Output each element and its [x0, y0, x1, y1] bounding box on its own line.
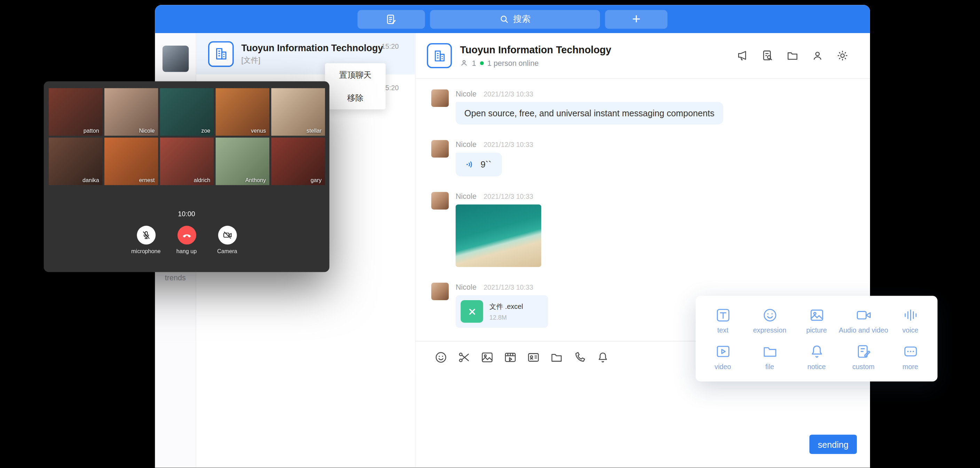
conversation-context-menu: 置顶聊天 移除: [325, 63, 386, 109]
announcement-icon[interactable]: [737, 50, 749, 62]
sender-avatar[interactable]: [431, 140, 449, 157]
folder-icon[interactable]: [786, 50, 799, 62]
message: Nicole 2021/12/3 10:33: [431, 192, 870, 267]
panel-label: notice: [807, 363, 826, 370]
text-message-bubble[interactable]: Open source, free, and universal instant…: [455, 102, 723, 125]
participant-name: danika: [83, 177, 99, 183]
participant-tile[interactable]: venus: [215, 88, 269, 136]
chat-title: Tuoyun Information Technology: [460, 44, 611, 55]
panel-item-more[interactable]: more: [887, 339, 934, 375]
menu-item-pin-chat[interactable]: 置顶聊天: [325, 63, 386, 86]
call-controls: microphone hang up: [44, 226, 329, 254]
camera-toggle-button[interactable]: [218, 226, 237, 244]
folder-icon[interactable]: [550, 351, 563, 364]
custom-type-icon: [856, 343, 872, 359]
call-timer: 10:00: [44, 210, 329, 218]
panel-label: custom: [852, 363, 875, 370]
camera-label: Camera: [208, 248, 246, 254]
message-list: Nicole 2021/12/3 10:33 Open source, free…: [415, 79, 870, 327]
participant-tile[interactable]: ernest: [104, 137, 158, 185]
participant-tile[interactable]: gary: [271, 137, 325, 185]
panel-item-audio-video[interactable]: Audio and video: [840, 302, 887, 338]
chat-panel: Tuoyun Information Technology 1 1 person…: [415, 33, 870, 468]
panel-item-file[interactable]: file: [746, 339, 793, 375]
panel-item-notice[interactable]: notice: [793, 339, 840, 375]
sender-name: Nicole: [455, 89, 476, 98]
participant-name: stellar: [307, 128, 321, 134]
participant-tile[interactable]: danika: [48, 137, 102, 185]
image-message[interactable]: [455, 204, 541, 267]
video-icon[interactable]: [504, 351, 517, 364]
microphone-mute-button[interactable]: [137, 226, 155, 244]
scissors-icon[interactable]: [458, 351, 471, 364]
message-type-panel: text expression picture: [696, 295, 937, 381]
notice-type-icon: [808, 343, 825, 359]
phone-call-icon[interactable]: [573, 351, 586, 364]
panel-item-custom[interactable]: custom: [840, 339, 887, 375]
chat-header: Tuoyun Information Technology 1 1 person…: [415, 33, 870, 79]
hang-up-button[interactable]: [177, 226, 196, 244]
member-count: 1: [472, 59, 476, 67]
message-meta: Nicole 2021/12/3 10:33: [455, 89, 723, 98]
participant-name: zoe: [201, 128, 210, 134]
search-history-icon[interactable]: [761, 50, 774, 62]
excel-file-icon: [461, 300, 484, 323]
panel-item-video[interactable]: video: [700, 339, 746, 375]
file-message-card[interactable]: 文件 .excel 12.8M: [455, 295, 548, 327]
chat-header-actions: [737, 50, 849, 62]
message-time: 2021/12/3 10:33: [484, 90, 533, 98]
sender-name: Nicole: [455, 192, 476, 201]
settings-gear-icon[interactable]: [836, 50, 849, 62]
picture-icon[interactable]: [480, 351, 494, 364]
search-placeholder: 搜索: [513, 14, 530, 25]
add-button[interactable]: +: [605, 10, 668, 29]
voice-type-icon: [902, 307, 918, 323]
user-avatar[interactable]: [162, 46, 188, 72]
panel-item-picture[interactable]: picture: [793, 302, 840, 338]
chat-meta: 1 1 person online: [460, 59, 611, 67]
participant-tile[interactable]: aldrich: [160, 137, 213, 185]
voice-message-bubble[interactable]: 9``: [455, 153, 502, 176]
desktop: 搜索 + trends: [0, 0, 980, 468]
message-time: 2021/12/3 10:33: [484, 193, 533, 200]
message-meta: Nicole 2021/12/3 10:33: [455, 192, 541, 201]
sender-avatar[interactable]: [431, 89, 449, 107]
panel-label: voice: [902, 326, 918, 334]
audio-video-type-icon: [856, 307, 872, 323]
online-dot: [480, 61, 484, 65]
participant-tile[interactable]: stellar: [271, 88, 325, 136]
camera-off-icon: [222, 230, 232, 240]
notes-button[interactable]: [357, 10, 425, 29]
participant-tile[interactable]: Anthony: [215, 137, 269, 185]
participant-grid: patton Nicole zoe venus stellar danika e…: [44, 88, 329, 185]
panel-item-expression[interactable]: expression: [746, 302, 793, 338]
participant-name: aldrich: [194, 177, 210, 183]
conversation-info: Tuoyun Information Technology [文件]: [241, 42, 382, 65]
file-size: 12.8M: [489, 314, 523, 321]
members-icon: [460, 59, 468, 67]
participant-tile[interactable]: patton: [48, 88, 102, 136]
member-icon[interactable]: [811, 50, 824, 62]
menu-item-remove[interactable]: 移除: [325, 86, 386, 109]
sender-avatar[interactable]: [431, 283, 449, 300]
titlebar: 搜索 +: [155, 5, 870, 33]
sender-name: Nicole: [455, 140, 476, 149]
participant-tile[interactable]: zoe: [160, 88, 213, 136]
bell-icon[interactable]: [596, 351, 609, 364]
hang-up-label: hang up: [168, 248, 205, 254]
contact-card-icon[interactable]: [527, 351, 540, 364]
sender-avatar[interactable]: [431, 192, 449, 209]
panel-item-voice[interactable]: voice: [887, 302, 934, 338]
emoji-icon[interactable]: [434, 351, 447, 364]
panel-label: picture: [807, 326, 827, 334]
participant-name: venus: [251, 128, 266, 134]
participant-name: Anthony: [245, 177, 266, 183]
search-bar[interactable]: 搜索: [430, 10, 600, 29]
participant-tile[interactable]: Nicole: [104, 88, 158, 136]
panel-label: expression: [753, 326, 786, 334]
message-time: 2021/12/3 10:33: [484, 141, 533, 149]
video-type-icon: [715, 343, 731, 359]
more-type-icon: [902, 343, 918, 359]
send-button[interactable]: sending: [810, 434, 857, 454]
panel-item-text[interactable]: text: [700, 302, 746, 338]
